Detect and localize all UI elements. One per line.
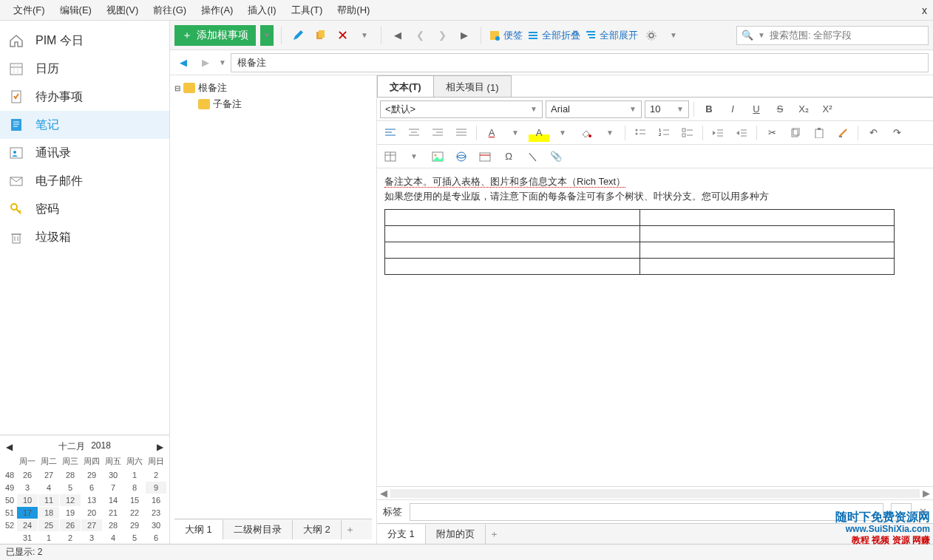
- cal-day[interactable]: 28: [60, 469, 81, 481]
- tree-tab-level2[interactable]: 二级树目录: [223, 520, 293, 539]
- insert-link-icon[interactable]: [451, 148, 472, 165]
- tree-tab-add[interactable]: ＋: [342, 523, 359, 536]
- cal-day[interactable]: 16: [146, 494, 166, 506]
- cal-day[interactable]: 31: [17, 532, 38, 544]
- edit-icon[interactable]: [289, 27, 307, 44]
- cal-day[interactable]: 26: [17, 469, 38, 481]
- add-root-button[interactable]: ＋ 添加根事项: [174, 25, 256, 46]
- tree-node-root[interactable]: ⊟ 根备注: [174, 80, 372, 96]
- tree-node-child[interactable]: 子备注: [174, 96, 372, 112]
- cal-day[interactable]: 7: [103, 482, 123, 494]
- tab-related[interactable]: 相关项目 (1): [433, 75, 512, 97]
- menu-tools[interactable]: 工具(T): [284, 2, 330, 18]
- nav-fwd-far-icon[interactable]: ❯: [433, 27, 451, 44]
- highlight-dd[interactable]: ▼: [552, 124, 573, 142]
- cal-day[interactable]: 12: [60, 494, 81, 506]
- cal-day[interactable]: 29: [81, 469, 102, 481]
- cal-day[interactable]: 30: [146, 519, 166, 531]
- sidebar-item-today[interactable]: PIM 今日: [0, 27, 169, 55]
- tag-input[interactable]: [410, 503, 883, 521]
- align-left-icon[interactable]: [380, 124, 401, 142]
- cal-day[interactable]: 4: [103, 532, 123, 544]
- document-body[interactable]: 备注文本。可插入表格、图片和多信息文本（Rich Text） 如果您使用的是专业…: [377, 168, 933, 486]
- italic-button[interactable]: I: [722, 100, 743, 118]
- cal-day[interactable]: 21: [103, 507, 123, 519]
- cal-day[interactable]: 3: [81, 532, 102, 544]
- delete-icon[interactable]: ✕: [333, 27, 351, 44]
- tab-text[interactable]: 文本(T): [377, 75, 434, 97]
- cal-day[interactable]: 27: [38, 469, 59, 481]
- search-dd[interactable]: ▼: [758, 31, 765, 39]
- nav-back-icon[interactable]: ◀: [389, 27, 407, 44]
- delete-dd[interactable]: ▼: [356, 27, 373, 44]
- font-color-dd[interactable]: ▼: [505, 124, 526, 142]
- cal-day[interactable]: 27: [81, 519, 102, 531]
- sidebar-item-email[interactable]: 电子邮件: [0, 167, 169, 195]
- cal-day[interactable]: 9: [146, 482, 166, 494]
- copy-icon[interactable]: [311, 27, 329, 44]
- cal-day[interactable]: 2: [146, 469, 166, 481]
- menu-insert[interactable]: 插入(I): [240, 2, 283, 18]
- insert-table-icon[interactable]: [380, 148, 401, 165]
- menu-action[interactable]: 操作(A): [194, 2, 240, 18]
- cal-day[interactable]: 13: [81, 494, 102, 506]
- collapse-toggle-icon[interactable]: ⊟: [174, 84, 180, 92]
- menu-help[interactable]: 帮助(H): [330, 2, 377, 18]
- expand-all-button[interactable]: 全部展开: [585, 29, 638, 42]
- menu-file[interactable]: 文件(F): [6, 2, 52, 18]
- cal-next[interactable]: ▶: [157, 442, 163, 452]
- sidebar-item-todo[interactable]: 待办事项: [0, 83, 169, 111]
- gear-icon[interactable]: [642, 27, 660, 44]
- horizontal-scrollbar[interactable]: ◀▶: [377, 486, 933, 499]
- cal-day[interactable]: 26: [60, 519, 81, 531]
- copy-text-icon[interactable]: [785, 124, 806, 142]
- gear-dd[interactable]: ▼: [665, 27, 682, 44]
- cal-day[interactable]: 11: [38, 494, 59, 506]
- add-root-dropdown[interactable]: ▼: [260, 25, 274, 46]
- insert-image-icon[interactable]: [427, 148, 448, 165]
- branch-tab-1[interactable]: 分支 1: [377, 525, 426, 544]
- align-right-icon[interactable]: [427, 124, 448, 142]
- cal-day[interactable]: 19: [60, 507, 81, 519]
- cal-day[interactable]: 10: [17, 494, 38, 506]
- cal-day[interactable]: 5: [60, 482, 81, 494]
- cal-day[interactable]: 8: [124, 482, 145, 494]
- fill-color-dd[interactable]: ▼: [600, 124, 620, 142]
- cut-icon[interactable]: ✂: [761, 124, 782, 142]
- cal-day[interactable]: 30: [103, 469, 123, 481]
- style-select[interactable]: <默认>▼: [380, 100, 543, 118]
- paste-icon[interactable]: [809, 124, 829, 142]
- indent-icon[interactable]: [731, 124, 752, 142]
- number-list-icon[interactable]: 12: [654, 124, 674, 142]
- bold-button[interactable]: B: [699, 100, 719, 118]
- cal-day[interactable]: 22: [124, 507, 145, 519]
- tag-browse-button[interactable]: ...: [891, 503, 912, 521]
- cal-day[interactable]: 5: [124, 532, 145, 544]
- cal-grid[interactable]: 周一周二周三周四周五周六周日48262728293012493456789501…: [3, 454, 166, 544]
- align-center-icon[interactable]: [404, 124, 424, 142]
- cal-day[interactable]: 15: [124, 494, 145, 506]
- search-input[interactable]: [770, 30, 923, 41]
- font-select[interactable]: Arial▼: [546, 100, 642, 118]
- strike-button[interactable]: S: [770, 100, 790, 118]
- sidebar-item-password[interactable]: 密码: [0, 195, 169, 223]
- font-color-icon[interactable]: A: [481, 124, 502, 142]
- menu-edit[interactable]: 编辑(E): [52, 2, 99, 18]
- close-button[interactable]: x: [922, 4, 927, 16]
- sticky-note-button[interactable]: 便签: [489, 29, 523, 42]
- cal-day[interactable]: 14: [103, 494, 123, 506]
- sidebar-item-calendar[interactable]: 日历: [0, 55, 169, 83]
- cal-day[interactable]: 3: [17, 482, 38, 494]
- cal-day[interactable]: 6: [81, 482, 102, 494]
- branch-tab-extra[interactable]: 附加的页: [426, 525, 486, 544]
- sidebar-item-contacts[interactable]: 通讯录: [0, 139, 169, 167]
- justify-icon[interactable]: [451, 124, 472, 142]
- search-box[interactable]: 🔍 ▼: [736, 26, 929, 45]
- branch-tab-add[interactable]: ＋: [486, 527, 503, 541]
- clear-format-icon[interactable]: [832, 124, 853, 142]
- cal-prev[interactable]: ◀: [6, 442, 13, 452]
- tag-close-icon[interactable]: ✕: [919, 506, 927, 517]
- insert-line-icon[interactable]: ＼: [522, 148, 543, 165]
- cal-day[interactable]: 6: [146, 532, 166, 544]
- cal-day[interactable]: 18: [38, 507, 59, 519]
